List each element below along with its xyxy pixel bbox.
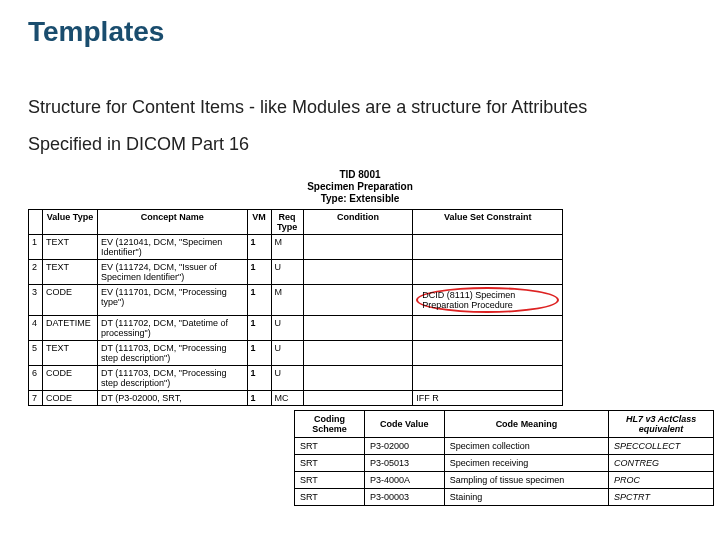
table-row: 1TEXTEV (121041, DCM, "Specimen Identifi… xyxy=(29,235,563,260)
cell-req-type: M xyxy=(271,235,303,260)
col-coding-scheme: Coding Scheme xyxy=(295,411,365,438)
cell-concept-name: EV (111724, DCM, "Issuer of Specimen Ide… xyxy=(97,260,247,285)
template-block: TID 8001 Specimen Preparation Type: Exte… xyxy=(28,169,692,406)
cell-row-num: 5 xyxy=(29,341,43,366)
col-code-value: Code Value xyxy=(364,411,444,438)
cell-coding-scheme: SRT xyxy=(295,472,365,489)
cell-value-type: CODE xyxy=(42,366,97,391)
cell-concept-name: EV (121041, DCM, "Specimen Identifier") xyxy=(97,235,247,260)
cell-code-meaning: Sampling of tissue specimen xyxy=(444,472,608,489)
cell-value-type: TEXT xyxy=(42,260,97,285)
cell-vm: 1 xyxy=(247,341,271,366)
cell-vm: 1 xyxy=(247,285,271,316)
cell-row-num: 1 xyxy=(29,235,43,260)
cell-condition xyxy=(303,366,413,391)
table-row: 5TEXTDT (111703, DCM, "Processing step d… xyxy=(29,341,563,366)
table-row: 3CODEEV (111701, DCM, "Processing type")… xyxy=(29,285,563,316)
cell-vsc xyxy=(413,235,563,260)
cell-row-num: 2 xyxy=(29,260,43,285)
cell-code-meaning: Staining xyxy=(444,489,608,506)
template-header: TID 8001 Specimen Preparation Type: Exte… xyxy=(28,169,692,205)
slide: Templates Structure for Content Items - … xyxy=(0,0,720,540)
table-row: SRTP3-05013Specimen receivingCONTREG xyxy=(295,455,714,472)
col-blank xyxy=(29,210,43,235)
col-vm: VM xyxy=(247,210,271,235)
cell-coding-scheme: SRT xyxy=(295,455,365,472)
col-req-type: Req Type xyxy=(271,210,303,235)
cell-coding-scheme: SRT xyxy=(295,438,365,455)
cell-row-num: 6 xyxy=(29,366,43,391)
cell-code-value: P3-4000A xyxy=(364,472,444,489)
table-header-row: Value Type Concept Name VM Req Type Cond… xyxy=(29,210,563,235)
cell-condition xyxy=(303,235,413,260)
cell-condition xyxy=(303,341,413,366)
page-title: Templates xyxy=(28,16,692,48)
template-type: Type: Extensible xyxy=(28,193,692,205)
cell-concept-name: DT (111702, DCM, "Datetime of processing… xyxy=(97,316,247,341)
cell-coding-scheme: SRT xyxy=(295,489,365,506)
cell-concept-name: DT (111703, DCM, "Processing step descri… xyxy=(97,341,247,366)
template-name: Specimen Preparation xyxy=(28,181,692,193)
cell-vsc xyxy=(413,260,563,285)
col-value-type: Value Type xyxy=(42,210,97,235)
cell-code-value: P3-05013 xyxy=(364,455,444,472)
table-row: 7CODEDT (P3-02000, SRT,1MCIFF R xyxy=(29,391,563,406)
cell-value-type: CODE xyxy=(42,391,97,406)
cell-row-num: 4 xyxy=(29,316,43,341)
table-header-row: Coding Scheme Code Value Code Meaning HL… xyxy=(295,411,714,438)
cell-code-meaning: Specimen receiving xyxy=(444,455,608,472)
col-concept-name: Concept Name xyxy=(97,210,247,235)
cell-condition xyxy=(303,285,413,316)
template-id: TID 8001 xyxy=(28,169,692,181)
cell-row-num: 7 xyxy=(29,391,43,406)
table-row: SRTP3-4000ASampling of tissue specimenPR… xyxy=(295,472,714,489)
cell-req-type: M xyxy=(271,285,303,316)
col-hl7-equivalent: HL7 v3 ActClass equivalent xyxy=(609,411,714,438)
cell-req-type: U xyxy=(271,260,303,285)
cell-vm: 1 xyxy=(247,235,271,260)
template-table: Value Type Concept Name VM Req Type Cond… xyxy=(28,209,563,406)
codeset-table: Coding Scheme Code Value Code Meaning HL… xyxy=(294,410,714,506)
cell-value-type: TEXT xyxy=(42,341,97,366)
cell-req-type: MC xyxy=(271,391,303,406)
cell-vsc xyxy=(413,316,563,341)
col-condition: Condition xyxy=(303,210,413,235)
cell-vsc: IFF R xyxy=(413,391,563,406)
highlight-circle: DCID (8111) Specimen Preparation Procedu… xyxy=(416,287,559,313)
cell-condition xyxy=(303,316,413,341)
table-row: 4DATETIMEDT (111702, DCM, "Datetime of p… xyxy=(29,316,563,341)
intro-paragraph-2: Specified in DICOM Part 16 xyxy=(28,133,692,156)
cell-vsc: DCID (8111) Specimen Preparation Procedu… xyxy=(413,285,563,316)
cell-vm: 1 xyxy=(247,366,271,391)
intro-paragraph-1: Structure for Content Items - like Modul… xyxy=(28,96,692,119)
cell-hl7: SPCTRT xyxy=(609,489,714,506)
cell-concept-name: DT (P3-02000, SRT, xyxy=(97,391,247,406)
cell-vsc xyxy=(413,366,563,391)
cell-condition xyxy=(303,260,413,285)
cell-vm: 1 xyxy=(247,260,271,285)
cell-value-type: TEXT xyxy=(42,235,97,260)
cell-code-meaning: Specimen collection xyxy=(444,438,608,455)
cell-req-type: U xyxy=(271,341,303,366)
table-row: 6CODEDT (111703, DCM, "Processing step d… xyxy=(29,366,563,391)
cell-hl7: CONTREG xyxy=(609,455,714,472)
col-code-meaning: Code Meaning xyxy=(444,411,608,438)
cell-row-num: 3 xyxy=(29,285,43,316)
cell-vm: 1 xyxy=(247,316,271,341)
table-row: 2TEXTEV (111724, DCM, "Issuer of Specime… xyxy=(29,260,563,285)
cell-hl7: SPECCOLLECT xyxy=(609,438,714,455)
cell-value-type: DATETIME xyxy=(42,316,97,341)
cell-code-value: P3-00003 xyxy=(364,489,444,506)
cell-concept-name: EV (111701, DCM, "Processing type") xyxy=(97,285,247,316)
cell-vsc xyxy=(413,341,563,366)
col-value-set-constraint: Value Set Constraint xyxy=(413,210,563,235)
cell-vm: 1 xyxy=(247,391,271,406)
cell-req-type: U xyxy=(271,316,303,341)
cell-req-type: U xyxy=(271,366,303,391)
cell-hl7: PROC xyxy=(609,472,714,489)
table-row: SRTP3-02000Specimen collectionSPECCOLLEC… xyxy=(295,438,714,455)
cell-concept-name: DT (111703, DCM, "Processing step descri… xyxy=(97,366,247,391)
cell-value-type: CODE xyxy=(42,285,97,316)
cell-code-value: P3-02000 xyxy=(364,438,444,455)
table-row: SRTP3-00003StainingSPCTRT xyxy=(295,489,714,506)
